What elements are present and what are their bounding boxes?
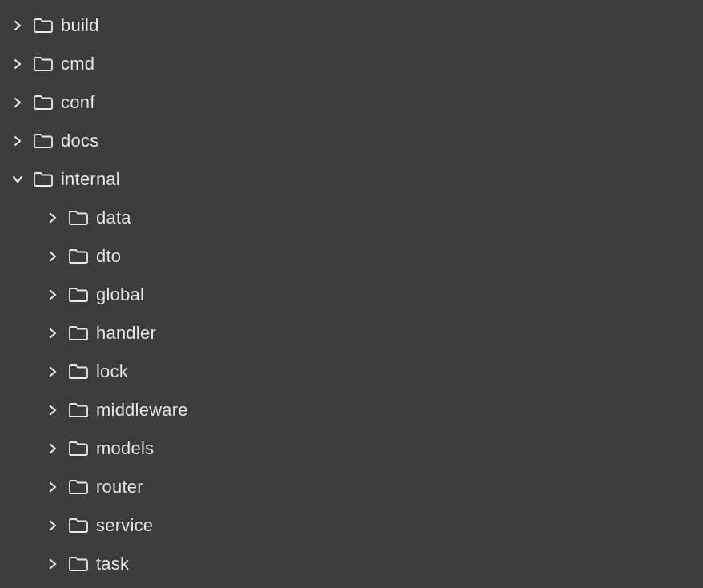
folder-icon bbox=[64, 511, 93, 540]
tree-item-label: service bbox=[96, 515, 153, 536]
tree-item-label: cmd bbox=[61, 54, 94, 75]
tree-item-cmd[interactable]: cmd bbox=[0, 45, 703, 83]
chevron-down-icon bbox=[6, 168, 29, 191]
chevron-right-icon bbox=[42, 360, 64, 383]
folder-icon bbox=[64, 203, 93, 232]
folder-icon bbox=[29, 165, 58, 194]
tree-item-label: internal bbox=[61, 169, 120, 190]
folder-icon bbox=[64, 473, 93, 501]
tree-item-conf[interactable]: conf bbox=[0, 83, 703, 122]
chevron-right-icon bbox=[42, 207, 64, 229]
folder-icon bbox=[64, 550, 93, 578]
tree-item-label: build bbox=[61, 15, 99, 36]
folder-icon bbox=[64, 242, 93, 271]
tree-item-label: lock bbox=[96, 361, 128, 382]
tree-item-build[interactable]: build bbox=[0, 6, 703, 45]
tree-item-lock[interactable]: lock bbox=[0, 352, 703, 391]
folder-icon bbox=[64, 434, 93, 463]
chevron-right-icon bbox=[42, 245, 64, 268]
tree-item-router[interactable]: router bbox=[0, 468, 703, 506]
folder-icon bbox=[29, 11, 58, 40]
tree-item-label: middleware bbox=[96, 400, 188, 421]
tree-item-label: global bbox=[96, 284, 144, 305]
folder-icon bbox=[64, 396, 93, 425]
tree-item-label: task bbox=[96, 554, 129, 574]
tree-item-handler[interactable]: handler bbox=[0, 314, 703, 352]
folder-icon bbox=[64, 357, 93, 386]
tree-item-models[interactable]: models bbox=[0, 429, 703, 468]
chevron-right-icon bbox=[42, 476, 64, 498]
tree-item-docs[interactable]: docs bbox=[0, 122, 703, 160]
folder-icon bbox=[29, 127, 58, 155]
tree-item-label: handler bbox=[96, 323, 156, 344]
chevron-right-icon bbox=[42, 437, 64, 460]
chevron-right-icon bbox=[42, 399, 64, 421]
chevron-right-icon bbox=[6, 91, 29, 114]
tree-item-data[interactable]: data bbox=[0, 199, 703, 237]
folder-icon bbox=[64, 319, 93, 348]
folder-icon bbox=[29, 88, 58, 117]
chevron-right-icon bbox=[6, 130, 29, 152]
chevron-right-icon bbox=[6, 14, 29, 37]
tree-item-global[interactable]: global bbox=[0, 276, 703, 314]
tree-item-label: router bbox=[96, 477, 143, 497]
tree-item-label: docs bbox=[61, 131, 98, 151]
chevron-right-icon bbox=[42, 284, 64, 306]
chevron-right-icon bbox=[6, 53, 29, 75]
tree-item-task[interactable]: task bbox=[0, 545, 703, 583]
tree-item-middleware[interactable]: middleware bbox=[0, 391, 703, 429]
chevron-right-icon bbox=[42, 514, 64, 537]
file-tree: build cmd conf bbox=[0, 0, 703, 588]
folder-icon bbox=[64, 280, 93, 309]
tree-item-label: dto bbox=[96, 246, 121, 267]
folder-icon bbox=[29, 50, 58, 79]
tree-item-internal[interactable]: internal bbox=[0, 160, 703, 199]
chevron-right-icon bbox=[42, 553, 64, 575]
tree-item-label: models bbox=[96, 438, 154, 459]
tree-item-label: conf bbox=[61, 92, 94, 113]
tree-item-dto[interactable]: dto bbox=[0, 237, 703, 276]
chevron-right-icon bbox=[42, 322, 64, 344]
tree-item-label: data bbox=[96, 207, 131, 228]
tree-item-licenses[interactable]: licenses bbox=[0, 583, 703, 588]
tree-item-service[interactable]: service bbox=[0, 506, 703, 545]
